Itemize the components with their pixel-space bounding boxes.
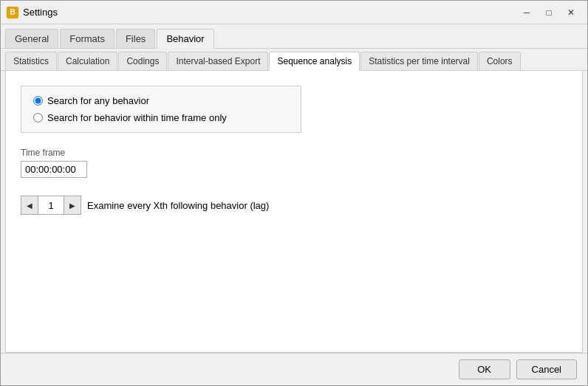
lag-section: ◀ ▶ Examine every Xth following behavior…	[21, 196, 567, 215]
timeframe-section: Time frame	[21, 148, 567, 178]
radio-timeframe-label: Search for behavior within time frame on…	[47, 112, 227, 123]
minimize-button[interactable]: ─	[516, 4, 537, 21]
lag-description-label: Examine every Xth following behavior (la…	[87, 200, 269, 211]
timeframe-label: Time frame	[21, 148, 567, 158]
radio-timeframe-input[interactable]	[33, 113, 43, 123]
subtab-codings[interactable]: Codings	[118, 52, 167, 70]
tab-files[interactable]: Files	[116, 29, 155, 48]
content-panel: Search for any behavior Search for behav…	[5, 71, 583, 353]
window-controls: ─ □ ✕	[516, 4, 581, 21]
lag-spinner: ◀ ▶	[21, 196, 81, 215]
timeframe-input[interactable]	[21, 161, 87, 178]
cancel-button[interactable]: Cancel	[516, 359, 577, 379]
spinner-value-input[interactable]	[38, 196, 64, 214]
radio-any-behavior-input[interactable]	[33, 96, 43, 106]
subtab-statistics-time[interactable]: Statistics per time interval	[360, 52, 478, 70]
spinner-increase-button[interactable]: ▶	[64, 196, 81, 214]
close-button[interactable]: ✕	[561, 4, 581, 21]
settings-window: B Settings ─ □ ✕ General Formats Files B…	[0, 0, 588, 386]
tab-formats[interactable]: Formats	[60, 29, 114, 48]
subtab-calculation[interactable]: Calculation	[58, 52, 117, 70]
tab-behavior[interactable]: Behavior	[157, 29, 213, 49]
window-title: Settings	[23, 7, 516, 18]
app-icon: B	[7, 7, 18, 18]
ok-button[interactable]: OK	[459, 359, 510, 379]
subtab-colors[interactable]: Colors	[479, 52, 521, 70]
spinner-decrease-button[interactable]: ◀	[21, 196, 38, 214]
radio-any-behavior-label: Search for any behavior	[47, 95, 149, 106]
sub-tab-bar: Statistics Calculation Codings Interval-…	[1, 49, 587, 71]
bottom-bar: OK Cancel	[1, 353, 587, 385]
radio-timeframe[interactable]: Search for behavior within time frame on…	[33, 112, 289, 123]
maximize-button[interactable]: □	[539, 4, 559, 21]
subtab-statistics[interactable]: Statistics	[5, 52, 57, 70]
search-options-group: Search for any behavior Search for behav…	[21, 86, 301, 133]
radio-any-behavior[interactable]: Search for any behavior	[33, 95, 289, 106]
subtab-interval-export[interactable]: Interval-based Export	[168, 52, 268, 70]
subtab-sequence-analysis[interactable]: Sequence analysis	[269, 52, 360, 71]
main-tab-bar: General Formats Files Behavior	[1, 24, 587, 49]
title-bar: B Settings ─ □ ✕	[1, 1, 587, 24]
tab-general[interactable]: General	[5, 29, 58, 48]
